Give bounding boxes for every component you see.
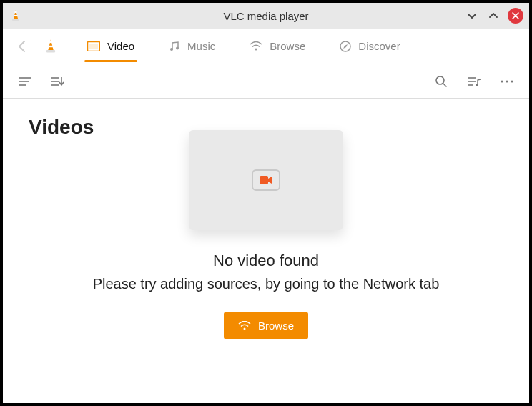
- tab-discover[interactable]: Discover: [340, 31, 400, 61]
- window-title: VLC media player: [3, 10, 529, 22]
- playlist-icon[interactable]: [468, 76, 481, 87]
- svg-line-19: [443, 84, 446, 86]
- sort-icon[interactable]: [51, 76, 64, 87]
- svg-rect-1: [15, 11, 17, 13]
- svg-point-9: [176, 46, 179, 49]
- svg-rect-3: [46, 49, 55, 52]
- wifi-icon: [250, 41, 262, 51]
- tab-browse[interactable]: Browse: [250, 31, 305, 61]
- maximize-button[interactable]: [486, 9, 501, 23]
- wifi-icon: [238, 321, 251, 331]
- svg-rect-2: [14, 15, 18, 16]
- video-icon: [87, 41, 100, 51]
- tab-label: Music: [187, 40, 215, 52]
- svg-rect-7: [89, 44, 98, 49]
- empty-subtext: Please try adding sources, by going to t…: [93, 276, 440, 292]
- svg-point-10: [255, 48, 257, 50]
- tab-music[interactable]: Music: [169, 31, 215, 61]
- navbar: Video Music Browse Discover: [3, 29, 529, 64]
- nav-tabs: Video Music Browse Discover: [87, 31, 400, 61]
- tab-video[interactable]: Video: [87, 31, 134, 61]
- svg-point-24: [501, 80, 503, 82]
- search-icon[interactable]: [435, 75, 448, 88]
- titlebar: VLC media player: [3, 3, 529, 29]
- video-placeholder-icon: [252, 169, 280, 191]
- svg-point-26: [511, 80, 513, 82]
- back-button[interactable]: [16, 39, 30, 54]
- close-button[interactable]: [508, 8, 523, 24]
- empty-state: No video found Please try adding sources…: [29, 139, 503, 386]
- svg-point-25: [506, 80, 508, 82]
- svg-rect-5: [49, 45, 53, 46]
- svg-point-18: [436, 76, 444, 84]
- more-icon[interactable]: [501, 80, 513, 83]
- tab-label: Video: [107, 40, 134, 52]
- tab-label: Browse: [270, 40, 305, 52]
- minimize-button[interactable]: [465, 9, 479, 23]
- svg-point-23: [476, 84, 478, 86]
- content-area: Videos No video found Please try adding …: [3, 99, 529, 403]
- compass-icon: [340, 41, 351, 52]
- toolbar: [3, 64, 529, 99]
- app-window: VLC media player Video: [0, 0, 532, 406]
- browse-button[interactable]: Browse: [224, 312, 308, 339]
- svg-rect-0: [12, 19, 19, 21]
- browse-button-label: Browse: [258, 320, 294, 332]
- svg-point-28: [243, 327, 245, 330]
- window-controls: [465, 8, 523, 24]
- app-icon: [9, 9, 23, 22]
- vlc-cone-icon[interactable]: [43, 39, 59, 54]
- empty-heading: No video found: [213, 252, 319, 270]
- placeholder-card: [189, 130, 343, 230]
- tab-label: Discover: [358, 40, 400, 52]
- music-icon: [169, 41, 180, 52]
- menu-icon[interactable]: [19, 76, 31, 86]
- svg-rect-4: [49, 41, 52, 42]
- svg-rect-27: [260, 176, 268, 184]
- svg-point-8: [170, 48, 173, 51]
